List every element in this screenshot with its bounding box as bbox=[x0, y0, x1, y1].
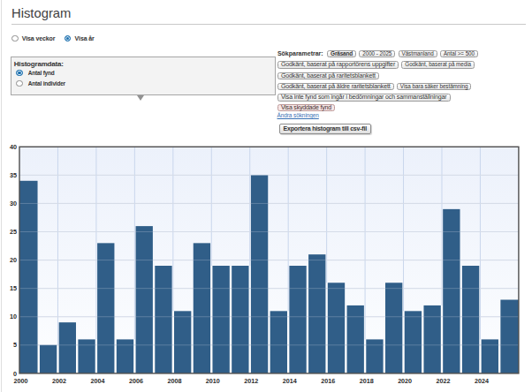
svg-text:2012: 2012 bbox=[244, 377, 258, 385]
svg-text:5: 5 bbox=[13, 341, 17, 349]
svg-text:2004: 2004 bbox=[91, 377, 105, 385]
svg-text:2022: 2022 bbox=[437, 377, 451, 385]
svg-text:2018: 2018 bbox=[360, 377, 374, 385]
svg-text:10: 10 bbox=[10, 313, 17, 320]
svg-text:2008: 2008 bbox=[167, 377, 181, 385]
svg-text:2006: 2006 bbox=[129, 377, 143, 385]
svg-text:2020: 2020 bbox=[398, 377, 412, 385]
svg-text:20: 20 bbox=[10, 256, 17, 264]
svg-text:2010: 2010 bbox=[206, 377, 220, 385]
svg-text:40: 40 bbox=[10, 143, 17, 151]
svg-text:2000: 2000 bbox=[14, 377, 28, 385]
svg-text:2002: 2002 bbox=[52, 377, 66, 385]
svg-text:2024: 2024 bbox=[475, 377, 489, 385]
svg-text:25: 25 bbox=[10, 228, 17, 236]
svg-text:15: 15 bbox=[10, 284, 17, 292]
svg-text:30: 30 bbox=[10, 200, 17, 207]
svg-text:2016: 2016 bbox=[321, 377, 335, 385]
svg-text:35: 35 bbox=[10, 171, 17, 179]
svg-text:2014: 2014 bbox=[283, 377, 297, 385]
